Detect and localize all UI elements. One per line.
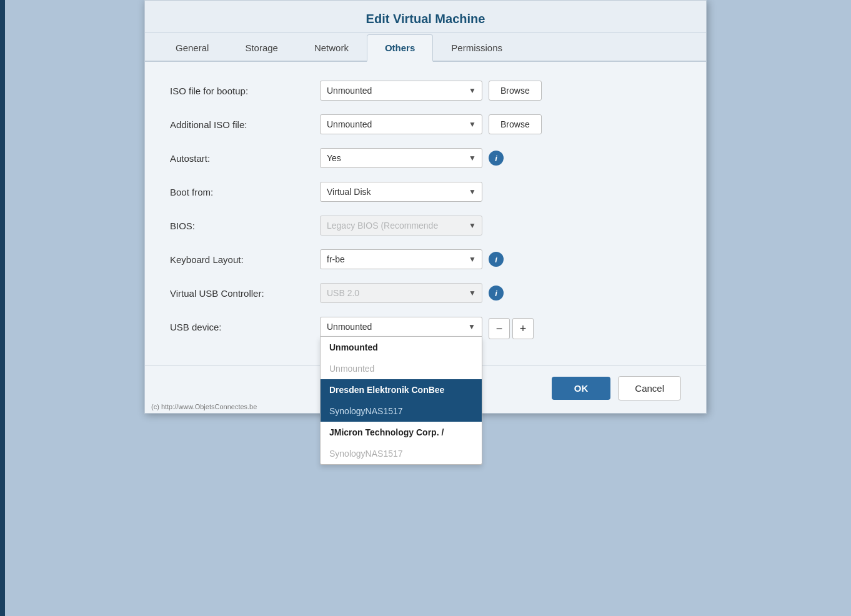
iso-bootup-select-wrapper: Unmounted ▼ xyxy=(320,81,482,101)
virtual-usb-info-icon[interactable]: i xyxy=(489,286,504,301)
boot-from-label: Boot from: xyxy=(170,187,320,197)
dialog: Edit Virtual Machine General Storage Net… xyxy=(144,0,707,414)
boot-from-select[interactable]: Virtual Disk xyxy=(320,182,482,202)
boot-from-select-wrapper: Virtual Disk ▼ xyxy=(320,182,482,202)
virtual-usb-controls: USB 2.0 ▼ i xyxy=(320,283,681,303)
autostart-controls: Yes ▼ i xyxy=(320,148,681,168)
usb-device-controls-buttons: − + xyxy=(489,318,534,339)
bios-row: BIOS: Legacy BIOS (Recommende ▼ xyxy=(170,216,681,236)
dropdown-item-synology-1[interactable]: SynologyNAS1517 xyxy=(321,400,482,422)
keyboard-layout-row: Keyboard Layout: fr-be ▼ i xyxy=(170,249,681,269)
usb-device-row: USB device: Unmounted ▼ Unmounted Unmoun… xyxy=(170,317,681,339)
usb-add-button[interactable]: + xyxy=(512,318,534,339)
usb-device-select-wrapper: Unmounted ▼ Unmounted Unmounted Dresden … xyxy=(320,317,482,337)
usb-device-select[interactable]: Unmounted ▼ xyxy=(320,317,482,337)
additional-iso-select-wrapper: Unmounted ▼ xyxy=(320,114,482,134)
dropdown-item-synology-2[interactable]: SynologyNAS1517 xyxy=(321,443,482,464)
tab-bar: General Storage Network Others Permissio… xyxy=(145,33,706,62)
additional-iso-label: Additional ISO file: xyxy=(170,119,320,130)
additional-iso-select[interactable]: Unmounted xyxy=(320,114,482,134)
usb-device-dropdown: Unmounted Unmounted Dresden Elektronik C… xyxy=(320,337,482,465)
virtual-usb-row: Virtual USB Controller: USB 2.0 ▼ i xyxy=(170,283,681,303)
virtual-usb-select[interactable]: USB 2.0 xyxy=(320,283,482,303)
tab-storage[interactable]: Storage xyxy=(227,34,296,62)
virtual-usb-select-wrapper: USB 2.0 ▼ xyxy=(320,283,482,303)
iso-bootup-controls: Unmounted ▼ Browse xyxy=(320,81,681,101)
copyright-text: (c) http://www.ObjetsConnectes.be xyxy=(151,403,257,410)
bios-select[interactable]: Legacy BIOS (Recommende xyxy=(320,216,482,236)
keyboard-layout-select[interactable]: fr-be xyxy=(320,249,482,269)
usb-remove-button[interactable]: − xyxy=(489,318,510,339)
dialog-title: Edit Virtual Machine xyxy=(145,1,706,33)
boot-from-row: Boot from: Virtual Disk ▼ xyxy=(170,182,681,202)
iso-bootup-label: ISO file for bootup: xyxy=(170,86,320,96)
dropdown-item-unmounted-bold[interactable]: Unmounted xyxy=(321,337,482,358)
tab-permissions[interactable]: Permissions xyxy=(433,34,520,62)
content-area: ISO file for bootup: Unmounted ▼ Browse … xyxy=(145,62,706,365)
usb-device-value: Unmounted xyxy=(327,322,372,332)
left-accent xyxy=(0,0,5,616)
keyboard-layout-controls: fr-be ▼ i xyxy=(320,249,681,269)
additional-iso-controls: Unmounted ▼ Browse xyxy=(320,114,681,134)
usb-device-arrow-icon: ▼ xyxy=(468,322,475,331)
bios-select-wrapper: Legacy BIOS (Recommende ▼ xyxy=(320,216,482,236)
usb-device-label: USB device: xyxy=(170,317,320,332)
bios-controls: Legacy BIOS (Recommende ▼ xyxy=(320,216,681,236)
autostart-select[interactable]: Yes xyxy=(320,148,482,168)
tab-general[interactable]: General xyxy=(157,34,227,62)
autostart-label: Autostart: xyxy=(170,153,320,164)
keyboard-layout-info-icon[interactable]: i xyxy=(489,252,504,267)
usb-device-controls: Unmounted ▼ Unmounted Unmounted Dresden … xyxy=(320,317,681,339)
boot-from-controls: Virtual Disk ▼ xyxy=(320,182,681,202)
ok-button[interactable]: OK xyxy=(552,377,611,400)
dropdown-item-unmounted-muted[interactable]: Unmounted xyxy=(321,358,482,379)
additional-iso-row: Additional ISO file: Unmounted ▼ Browse xyxy=(170,114,681,134)
iso-bootup-row: ISO file for bootup: Unmounted ▼ Browse xyxy=(170,81,681,101)
dropdown-item-dresden[interactable]: Dresden Elektronik ConBee xyxy=(321,379,482,400)
iso-bootup-browse-button[interactable]: Browse xyxy=(489,81,542,101)
autostart-row: Autostart: Yes ▼ i xyxy=(170,148,681,168)
additional-iso-browse-button[interactable]: Browse xyxy=(489,114,542,134)
keyboard-layout-select-wrapper: fr-be ▼ xyxy=(320,249,482,269)
autostart-select-wrapper: Yes ▼ xyxy=(320,148,482,168)
keyboard-layout-label: Keyboard Layout: xyxy=(170,254,320,265)
tab-others[interactable]: Others xyxy=(367,34,433,62)
iso-bootup-select[interactable]: Unmounted xyxy=(320,81,482,101)
cancel-button[interactable]: Cancel xyxy=(618,376,681,400)
bios-label: BIOS: xyxy=(170,221,320,231)
tab-network[interactable]: Network xyxy=(296,34,367,62)
autostart-info-icon[interactable]: i xyxy=(489,151,504,166)
virtual-usb-label: Virtual USB Controller: xyxy=(170,288,320,299)
dropdown-item-jmicron[interactable]: JMicron Technology Corp. / xyxy=(321,422,482,443)
